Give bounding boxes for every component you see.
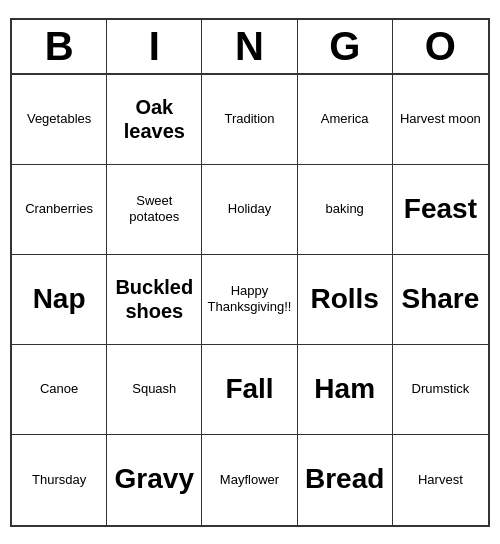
cell-text: Oak leaves xyxy=(111,95,197,143)
cell-text: Happy Thanksgiving!! xyxy=(206,283,292,314)
cell-text: Vegetables xyxy=(27,111,91,127)
bingo-cell: Holiday xyxy=(202,165,297,255)
cell-text: Sweet potatoes xyxy=(111,193,197,224)
bingo-cell: Tradition xyxy=(202,75,297,165)
bingo-cell: Harvest moon xyxy=(393,75,488,165)
bingo-letter: G xyxy=(298,20,393,73)
cell-text: Fall xyxy=(225,374,273,405)
bingo-cell: Ham xyxy=(298,345,393,435)
bingo-cell: Rolls xyxy=(298,255,393,345)
cell-text: Gravy xyxy=(115,464,194,495)
cell-text: Rolls xyxy=(310,284,378,315)
bingo-cell: Buckled shoes xyxy=(107,255,202,345)
cell-text: Share xyxy=(401,284,479,315)
cell-text: Canoe xyxy=(40,381,78,397)
cell-text: America xyxy=(321,111,369,127)
bingo-cell: baking xyxy=(298,165,393,255)
bingo-grid: VegetablesOak leavesTraditionAmericaHarv… xyxy=(12,75,488,525)
bingo-cell: Sweet potatoes xyxy=(107,165,202,255)
cell-text: Holiday xyxy=(228,201,271,217)
bingo-cell: Share xyxy=(393,255,488,345)
bingo-cell: Fall xyxy=(202,345,297,435)
cell-text: Drumstick xyxy=(412,381,470,397)
cell-text: Cranberries xyxy=(25,201,93,217)
bingo-cell: Squash xyxy=(107,345,202,435)
cell-text: Buckled shoes xyxy=(111,275,197,323)
bingo-cell: Oak leaves xyxy=(107,75,202,165)
bingo-letter: N xyxy=(202,20,297,73)
bingo-cell: Nap xyxy=(12,255,107,345)
bingo-cell: Thursday xyxy=(12,435,107,525)
cell-text: baking xyxy=(326,201,364,217)
bingo-cell: America xyxy=(298,75,393,165)
bingo-cell: Canoe xyxy=(12,345,107,435)
cell-text: Harvest moon xyxy=(400,111,481,127)
bingo-header: BINGO xyxy=(12,20,488,75)
bingo-letter: B xyxy=(12,20,107,73)
bingo-letter: O xyxy=(393,20,488,73)
cell-text: Ham xyxy=(314,374,375,405)
bingo-letter: I xyxy=(107,20,202,73)
cell-text: Feast xyxy=(404,194,477,225)
bingo-cell: Cranberries xyxy=(12,165,107,255)
cell-text: Harvest xyxy=(418,472,463,488)
bingo-cell: Bread xyxy=(298,435,393,525)
bingo-cell: Happy Thanksgiving!! xyxy=(202,255,297,345)
cell-text: Mayflower xyxy=(220,472,279,488)
bingo-cell: Mayflower xyxy=(202,435,297,525)
bingo-cell: Feast xyxy=(393,165,488,255)
bingo-cell: Gravy xyxy=(107,435,202,525)
cell-text: Squash xyxy=(132,381,176,397)
bingo-cell: Harvest xyxy=(393,435,488,525)
cell-text: Thursday xyxy=(32,472,86,488)
bingo-cell: Vegetables xyxy=(12,75,107,165)
cell-text: Bread xyxy=(305,464,384,495)
bingo-card: BINGO VegetablesOak leavesTraditionAmeri… xyxy=(10,18,490,527)
bingo-cell: Drumstick xyxy=(393,345,488,435)
cell-text: Tradition xyxy=(224,111,274,127)
cell-text: Nap xyxy=(33,284,86,315)
